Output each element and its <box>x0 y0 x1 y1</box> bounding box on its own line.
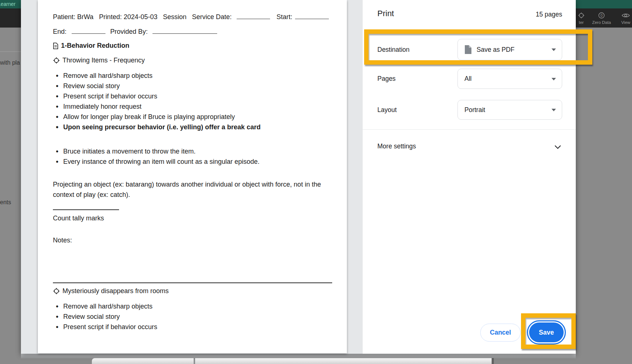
start-blank <box>295 13 329 19</box>
intervention-item-bold: Upon seeing precursor behavior (i.e. yel… <box>63 123 261 131</box>
intervention-item: Remove all hard/sharp objects <box>63 303 152 310</box>
highlight-box-destination <box>364 29 592 65</box>
background-card-divider <box>492 358 494 364</box>
end-label: End: <box>53 28 67 35</box>
behavior-2-title: Mysteriously disappears from rooms <box>53 287 169 295</box>
dialog-title: Print <box>377 9 394 18</box>
measurement-text: Count tally marks <box>53 215 104 222</box>
toolbar-view-label: View <box>621 20 631 25</box>
print-preview-page: Patient: BrWaPrinted: 2024-05-03SessionS… <box>38 0 347 353</box>
panel-divider <box>363 129 576 130</box>
layout-value: Portrait <box>464 106 485 114</box>
criterion-item: Bruce initiates a movement to throw the … <box>63 148 195 155</box>
end-blank <box>72 28 105 34</box>
pages-value: All <box>464 75 471 83</box>
session-field: Session <box>163 13 186 21</box>
chevron-down-icon <box>552 109 556 111</box>
intervention-item: Allow for longer play break if Bruce is … <box>63 113 235 121</box>
document-icon <box>53 43 58 49</box>
print-preview-pane: Patient: BrWaPrinted: 2024-05-03SessionS… <box>21 0 363 354</box>
layout-label: Layout <box>377 100 397 120</box>
provided-by-label: Provided By: <box>110 28 148 35</box>
layout-select[interactable]: Portrait <box>457 100 562 120</box>
intervention-item: Immediately honor request <box>63 103 141 111</box>
eye-icon <box>622 12 630 19</box>
background-text-fragment: ents <box>0 199 11 206</box>
notes-label: Notes: <box>53 237 72 244</box>
section-title-text: 1-Behavior Reduction <box>61 42 129 50</box>
criterion-item: Every instance of throwing an item will … <box>63 158 259 166</box>
document-header-line-2: End:Provided By: <box>53 28 217 36</box>
screen: Learner ter 0 Zero Data View with pla e <box>0 0 632 364</box>
behavior-1-title: Throwing Items - Frequency <box>53 57 145 64</box>
toolbar-filter-label: ter <box>579 20 583 25</box>
nav-item-learners[interactable]: Learner <box>0 1 15 7</box>
cancel-button[interactable]: Cancel <box>480 324 521 342</box>
background-card-edge <box>195 358 492 364</box>
crosshair-icon <box>578 12 585 19</box>
behavior-1-title-text: Throwing Items - Frequency <box>62 57 145 64</box>
chevron-down-icon[interactable] <box>554 145 561 149</box>
section-title: 1-Behavior Reduction <box>53 42 129 50</box>
intervention-item: Present script if behavior occurs <box>63 93 157 100</box>
intervention-item: Remove all hard/sharp objects <box>63 72 152 80</box>
toolbar-view-button[interactable]: View <box>617 12 632 25</box>
service-date-label: Service Date: <box>192 13 232 21</box>
toolbar-zero-data-label: Zero Data <box>592 20 611 25</box>
intervention-item: Review social story <box>63 313 120 321</box>
behavior-definition: Projecting an object (ex: batarang) towa… <box>53 179 327 200</box>
target-icon <box>53 57 60 64</box>
section-divider-line <box>53 282 332 283</box>
background-card-edge <box>92 358 194 364</box>
page-count: 15 pages <box>536 11 562 18</box>
printed-field: Printed: 2024-05-03 <box>99 13 157 21</box>
background-divider <box>0 51 21 52</box>
provided-by-blank <box>152 28 217 34</box>
definition-blank-line <box>53 202 119 210</box>
patient-field: Patient: BrWa <box>53 13 93 21</box>
chevron-down-icon <box>552 78 556 80</box>
start-label: Start: <box>277 13 292 21</box>
zero-data-icon: 0 <box>598 12 605 19</box>
toolbar-filter-button[interactable]: ter <box>574 12 589 25</box>
intervention-item: Present script if behavior occurs <box>63 323 157 331</box>
svg-text:0: 0 <box>600 14 603 18</box>
pages-label: Pages <box>377 69 396 89</box>
behavior-2-title-text: Mysteriously disappears from rooms <box>62 287 169 295</box>
pages-select[interactable]: All <box>457 69 562 89</box>
intervention-item: Review social story <box>63 82 120 90</box>
background-text-fragment: with pla <box>0 60 20 66</box>
highlight-box-save <box>521 313 576 349</box>
target-icon <box>53 288 60 295</box>
more-settings-toggle[interactable]: More settings <box>377 143 416 150</box>
document-header-line-1: Patient: BrWaPrinted: 2024-05-03SessionS… <box>53 13 329 21</box>
toolbar-zero-data-button[interactable]: 0 Zero Data <box>589 12 614 25</box>
service-date-blank <box>237 13 270 19</box>
